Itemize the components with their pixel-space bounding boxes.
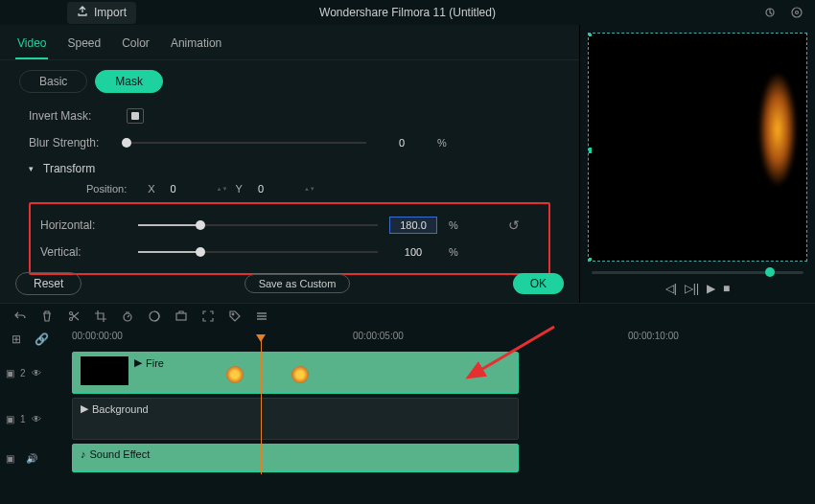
timeline: ⊞ 🔗 00:00:00:00 00:00:05:00 00:00:10:00 … [0, 329, 815, 474]
time-1: 00:00:05:00 [353, 331, 404, 341]
blur-strength-label: Blur Strength: [29, 136, 115, 149]
delete-icon[interactable] [40, 309, 54, 323]
clip-fire[interactable]: ▶Fire [72, 352, 519, 394]
svg-point-8 [796, 11, 799, 14]
top-bar: Import Wondershare Filmora 11 (Untitled) [0, 0, 815, 25]
track-row: ▣ 🔊 ♪Sound Effect [0, 442, 815, 474]
svg-line-10 [468, 327, 554, 378]
transform-section[interactable]: ▾ Transform [29, 162, 550, 175]
stop-button[interactable]: ■ [723, 282, 730, 295]
audio-icon: ♪ [81, 448, 86, 460]
save-custom-button[interactable]: Save as Custom [244, 274, 351, 293]
track-label: 2 [20, 368, 26, 378]
time-2: 00:00:10:00 [628, 331, 679, 341]
subtab-mask[interactable]: Mask [95, 70, 163, 93]
crop-icon[interactable] [94, 309, 107, 323]
clip-play-icon: ▶ [134, 356, 142, 369]
app-title: Wondershare Filmora 11 (Untitled) [319, 6, 496, 19]
clip-background[interactable]: ▶Background [72, 398, 519, 440]
position-y-value[interactable]: 0 [254, 181, 292, 196]
horizontal-unit: % [449, 219, 458, 231]
play-pause-button[interactable]: ▷|| [685, 282, 699, 295]
track-head-2[interactable]: ▣ 2 👁 [0, 350, 72, 396]
marker-icon[interactable] [763, 6, 777, 19]
color-icon[interactable] [148, 309, 161, 323]
lock-icon[interactable]: ▣ [6, 453, 14, 464]
svg-rect-4 [176, 313, 186, 320]
fullscreen-icon[interactable] [201, 309, 215, 323]
invert-mask-toggle[interactable] [127, 108, 144, 124]
settings-icon[interactable] [790, 6, 803, 19]
clip-label: Background [92, 403, 149, 415]
chevron-down-icon: ▾ [29, 164, 34, 173]
preview-scrubber[interactable] [592, 271, 803, 274]
tab-animation[interactable]: Animation [169, 33, 223, 59]
position-x-label: X [148, 183, 154, 195]
inspector-subtabs: Basic Mask [0, 60, 579, 103]
reset-icon[interactable]: ↺ [508, 218, 520, 233]
track-head-audio[interactable]: ▣ 🔊 [0, 442, 72, 474]
transform-label: Transform [43, 162, 95, 175]
inspector-panel: Video Speed Color Animation Basic Mask I… [0, 25, 580, 303]
timeline-toolbar [0, 303, 815, 329]
playback-controls: ◁| ▷|| ▶ ■ [586, 274, 809, 303]
timeline-ruler[interactable]: ⊞ 🔗 00:00:00:00 00:00:05:00 00:00:10:00 [0, 329, 815, 350]
import-button[interactable]: Import [67, 2, 136, 24]
effect-icon[interactable] [175, 309, 188, 323]
position-y-label: Y [236, 183, 243, 195]
position-x-stepper[interactable]: ▲▼ [217, 182, 224, 195]
speed-icon[interactable] [121, 309, 134, 323]
tab-video[interactable]: Video [15, 33, 48, 59]
prev-frame-button[interactable]: ◁| [665, 282, 677, 295]
vertical-unit: % [449, 246, 458, 258]
link-icon[interactable]: 🔗 [35, 332, 49, 346]
import-icon [77, 6, 88, 20]
mute-icon[interactable]: 🔊 [26, 453, 37, 464]
horizontal-label: Horizontal: [40, 218, 127, 232]
clip-label: Sound Effect [90, 448, 151, 460]
tab-color[interactable]: Color [120, 33, 151, 59]
subtab-basic[interactable]: Basic [19, 70, 87, 93]
blur-strength-slider[interactable] [127, 142, 366, 144]
blur-strength-unit: % [437, 137, 447, 149]
vertical-value[interactable]: 100 [389, 244, 437, 260]
clip-label: Fire [146, 357, 164, 369]
svg-point-5 [232, 313, 234, 315]
highlight-box: Horizontal: 180.0 % ↺ Vertical: 100 [29, 202, 550, 275]
horizontal-value-input[interactable]: 180.0 [389, 217, 437, 234]
time-0: 00:00:00:00 [72, 331, 123, 341]
play-button[interactable]: ▶ [707, 282, 715, 295]
track-zoom-icon[interactable]: ⊞ [12, 332, 21, 346]
position-label: Position: [86, 183, 127, 195]
vertical-label: Vertical: [40, 245, 127, 259]
reset-button[interactable]: Reset [15, 272, 82, 295]
eye-icon[interactable]: 👁 [32, 414, 41, 424]
track-head-1[interactable]: ▣ 1 👁 [0, 396, 72, 442]
undo-icon[interactable] [13, 309, 27, 323]
menu-icon[interactable] [255, 309, 268, 323]
position-x-value[interactable]: 0 [167, 181, 205, 196]
track-row: ▣ 1 👁 ▶Background [0, 396, 815, 442]
eye-icon[interactable]: 👁 [32, 368, 41, 378]
clip-play-icon: ▶ [81, 402, 88, 415]
invert-mask-label: Invert Mask: [29, 109, 115, 123]
position-y-stepper[interactable]: ▲▼ [304, 182, 312, 195]
scissors-icon[interactable] [67, 309, 81, 323]
preview-viewport[interactable] [588, 33, 807, 262]
track-row: ▣ 2 👁 ▶Fire [0, 350, 815, 396]
tab-speed[interactable]: Speed [65, 33, 103, 59]
preview-panel: ◁| ▷|| ▶ ■ [580, 25, 815, 303]
clip-sound[interactable]: ♪Sound Effect [72, 444, 519, 472]
svg-point-7 [792, 8, 802, 17]
vertical-slider[interactable] [138, 251, 378, 253]
playhead[interactable] [261, 340, 262, 474]
blur-strength-value[interactable]: 0 [378, 135, 426, 150]
track-label: 1 [20, 414, 26, 424]
ok-button[interactable]: OK [513, 273, 564, 294]
inspector-tabs: Video Speed Color Animation [0, 25, 579, 60]
lock-icon[interactable]: ▣ [6, 368, 14, 378]
lock-icon[interactable]: ▣ [6, 414, 14, 424]
preview-content [758, 72, 797, 187]
tag-icon[interactable] [228, 309, 242, 323]
horizontal-slider[interactable] [138, 224, 378, 226]
